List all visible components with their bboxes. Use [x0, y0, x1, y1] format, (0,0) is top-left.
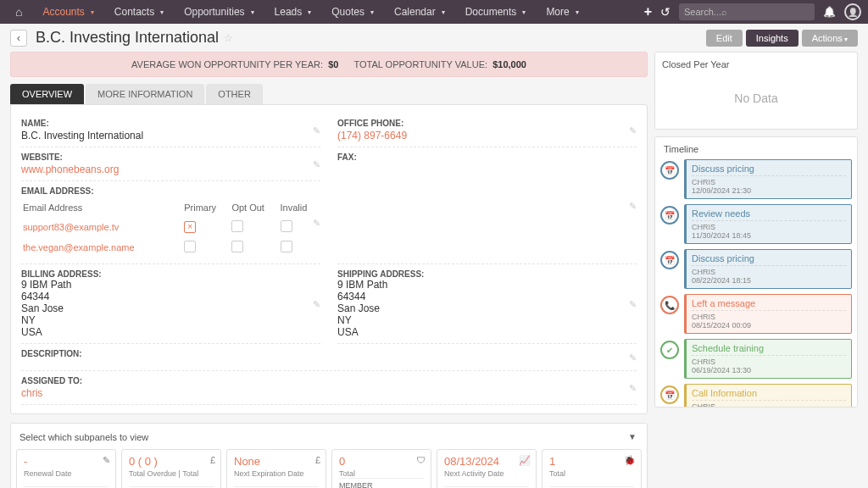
subpanel-icon: £ [210, 455, 215, 465]
timeline-icon: ✔ [660, 341, 679, 359]
field-shipping-address: SHIPPING ADDRESS: 9 IBM Path 64344 San J… [337, 264, 637, 344]
timeline-item[interactable]: 📞 Left a message CHRIS 08/15/2024 00:09 [660, 294, 852, 334]
timeline-item[interactable]: 📅 Review needs CHRIS 11/30/2024 18:45 [660, 204, 852, 244]
tab-more-information[interactable]: MORE INFORMATION [86, 84, 204, 104]
field-website: WEBSITE: www.phonebeans.org [21, 147, 320, 181]
timeline-icon: 📅 [660, 161, 679, 180]
edit-shipping-icon[interactable] [629, 298, 637, 309]
timeline-item[interactable]: 📅 Discuss pricing CHRIS 08/22/2024 18:15 [660, 249, 852, 289]
search-input[interactable]: Search... [679, 3, 815, 20]
edit-assigned-icon[interactable] [629, 382, 637, 393]
edit-description-icon[interactable] [629, 352, 637, 363]
timeline-item[interactable]: ✔ Schedule training CHRIS 06/19/2024 13:… [660, 339, 852, 379]
subpanel-card[interactable]: 🛡 0 Total MEMBER ORGANIZATIONS [331, 449, 431, 488]
field-assigned-to: ASSIGNED TO: chris [21, 371, 637, 405]
favorite-icon[interactable] [224, 32, 233, 44]
subpanel-card[interactable]: 📈 08/13/2024 Next Activity Date ACTIVITI… [437, 449, 537, 488]
edit-fax-icon[interactable] [629, 200, 637, 211]
edit-website-icon[interactable] [313, 158, 320, 169]
page-header: B.C. Investing International Edit Insigh… [0, 24, 868, 52]
page-title: B.C. Investing International [36, 29, 219, 47]
subpanel-header[interactable]: Select which subpanels to view [16, 429, 642, 449]
edit-name-icon[interactable] [313, 125, 320, 136]
detail-tabs: OVERVIEW MORE INFORMATION OTHER [10, 84, 648, 104]
subpanel-card[interactable]: £ 0 ( 0 ) Total Overdue | Total INVOICES [121, 449, 221, 488]
top-nav: Accounts Contacts Opportunities Leads Qu… [0, 0, 868, 24]
field-description: DESCRIPTION: [21, 344, 637, 371]
subpanel-icon: £ [315, 455, 320, 465]
invalid-checkbox[interactable] [281, 220, 292, 232]
timeline-item[interactable]: 📅 Discuss pricing CHRIS 12/09/2024 21:30 [660, 159, 852, 199]
nav-contacts[interactable]: Contacts [106, 1, 172, 23]
subpanel-card[interactable]: ✎ - Renewal Date CONTRACTS [16, 449, 116, 488]
edit-email-icon[interactable] [313, 217, 320, 228]
email-row: the.vegan@example.name [23, 238, 319, 257]
edit-phone-icon[interactable] [629, 125, 637, 136]
primary-checkbox[interactable] [184, 241, 196, 252]
edit-button[interactable]: Edit [706, 30, 743, 47]
field-fax: FAX: [337, 147, 637, 264]
subpanel-icon: 📈 [519, 455, 531, 466]
nav-quotes[interactable]: Quotes [323, 1, 382, 23]
optout-checkbox[interactable] [231, 220, 243, 232]
stats-banner: AVERAGE WON OPPORTUNITY PER YEAR: $0 TOT… [10, 52, 648, 77]
nav-documents[interactable]: Documents [457, 1, 535, 23]
nav-opportunities[interactable]: Opportunities [175, 1, 262, 23]
nav-calendar[interactable]: Calendar [386, 1, 453, 23]
nav-more[interactable]: More [537, 1, 587, 23]
subpanel-icon: 🐞 [624, 455, 636, 466]
timeline-icon: 📞 [660, 296, 679, 314]
timeline-item[interactable]: 📅 Call Information CHRIS 01/27/2024 09:1… [660, 384, 852, 408]
subpanel-icon: ✎ [103, 455, 110, 466]
optout-checkbox[interactable] [231, 241, 243, 252]
history-icon[interactable] [660, 5, 670, 19]
email-row: support83@example.tv × [23, 218, 319, 236]
plus-icon[interactable] [644, 4, 652, 19]
subpanel-icon: 🛡 [416, 455, 426, 465]
subpanel-section: Select which subpanels to view ✎ - Renew… [10, 423, 648, 488]
field-office-phone: OFFICE PHONE: (174) 897-6649 [337, 114, 637, 147]
subpanel-card[interactable]: £ None Next Expiration Date QUOTES [226, 449, 326, 488]
actions-button[interactable]: Actions [802, 30, 858, 47]
subpanel-card[interactable]: 🐞 1 Total BUGS [542, 449, 642, 488]
bell-icon[interactable] [823, 6, 836, 18]
field-name: NAME: B.C. Investing International [21, 114, 320, 147]
nav-accounts[interactable]: Accounts [34, 1, 102, 23]
timeline-icon: 📅 [660, 206, 679, 225]
invalid-checkbox[interactable] [281, 241, 292, 252]
search-icon[interactable] [721, 7, 727, 17]
edit-billing-icon[interactable] [313, 298, 320, 309]
detail-card: NAME: B.C. Investing International OFFIC… [10, 104, 648, 414]
field-billing-address: BILLING ADDRESS: 9 IBM Path 64344 San Jo… [21, 264, 320, 344]
timeline-icon: 📅 [660, 385, 679, 404]
user-avatar[interactable] [844, 3, 861, 20]
timeline-panel[interactable]: Timeline 📅 Discuss pricing CHRIS 12/09/2… [654, 136, 858, 408]
field-email: EMAIL ADDRESS: Email Address Primary Opt… [21, 181, 320, 264]
tab-other[interactable]: OTHER [206, 84, 263, 104]
primary-checkbox[interactable]: × [184, 221, 196, 233]
home-icon[interactable] [7, 0, 31, 24]
closed-per-year-panel: Closed Per Year No Data [654, 52, 858, 130]
timeline-icon: 📅 [660, 251, 679, 269]
tab-overview[interactable]: OVERVIEW [10, 84, 84, 104]
insights-button[interactable]: Insights [746, 30, 798, 47]
back-button[interactable] [10, 30, 27, 47]
nav-leads[interactable]: Leads [266, 1, 320, 23]
